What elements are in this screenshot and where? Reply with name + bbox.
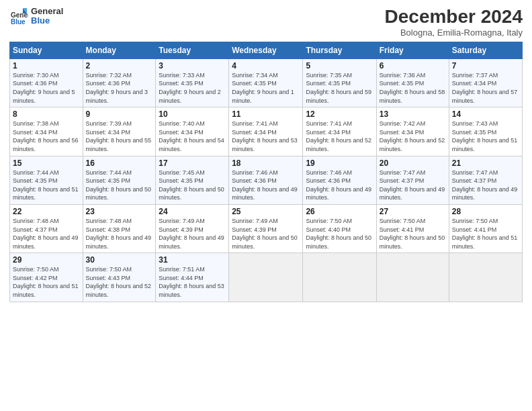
day-number: 30 (86, 255, 153, 265)
day-info: Sunrise: 7:42 AMSunset: 4:34 PMDaylight:… (380, 120, 446, 153)
day-info: Sunrise: 7:39 AMSunset: 4:34 PMDaylight:… (86, 120, 153, 153)
logo-blue-text: Blue (31, 16, 63, 26)
day-info: Sunrise: 7:46 AMSunset: 4:36 PMDaylight:… (232, 169, 300, 202)
calendar-table: SundayMondayTuesdayWednesdayThursdayFrid… (9, 42, 523, 302)
day-info: Sunrise: 7:50 AMSunset: 4:41 PMDaylight:… (452, 217, 519, 250)
col-header-wednesday: Wednesday (229, 42, 303, 58)
logo: General Blue General Blue (9, 7, 63, 26)
day-cell: 22Sunrise: 7:48 AMSunset: 4:37 PMDayligh… (10, 204, 83, 253)
day-number: 13 (380, 109, 446, 119)
day-info: Sunrise: 7:43 AMSunset: 4:35 PMDaylight:… (452, 120, 519, 153)
day-number: 24 (159, 207, 226, 216)
day-info: Sunrise: 7:48 AMSunset: 4:38 PMDaylight:… (86, 217, 153, 250)
month-title: December 2024 (385, 7, 523, 28)
day-cell: 28Sunrise: 7:50 AMSunset: 4:41 PMDayligh… (449, 204, 522, 253)
col-header-thursday: Thursday (303, 42, 376, 58)
day-info: Sunrise: 7:41 AMSunset: 4:34 PMDaylight:… (306, 120, 373, 153)
day-number: 16 (86, 158, 153, 168)
day-cell: 11Sunrise: 7:41 AMSunset: 4:34 PMDayligh… (229, 107, 303, 156)
day-info: Sunrise: 7:37 AMSunset: 4:34 PMDaylight:… (452, 71, 519, 105)
day-cell: 30Sunrise: 7:50 AMSunset: 4:43 PMDayligh… (83, 253, 156, 302)
week-row-3: 15Sunrise: 7:44 AMSunset: 4:35 PMDayligh… (10, 156, 523, 204)
day-cell: 20Sunrise: 7:47 AMSunset: 4:37 PMDayligh… (376, 156, 449, 204)
header-row: SundayMondayTuesdayWednesdayThursdayFrid… (10, 42, 523, 58)
day-cell: 23Sunrise: 7:48 AMSunset: 4:38 PMDayligh… (83, 204, 156, 253)
day-number: 15 (13, 158, 80, 168)
day-number: 1 (13, 61, 80, 71)
header: General Blue General Blue December 2024 … (9, 7, 523, 38)
day-info: Sunrise: 7:30 AMSunset: 4:36 PMDaylight:… (13, 71, 80, 105)
day-number: 23 (86, 207, 153, 216)
day-number: 22 (13, 207, 80, 216)
day-info: Sunrise: 7:41 AMSunset: 4:34 PMDaylight:… (232, 120, 300, 153)
day-cell: 4Sunrise: 7:34 AMSunset: 4:35 PMDaylight… (229, 58, 303, 107)
day-info: Sunrise: 7:50 AMSunset: 4:43 PMDaylight:… (86, 265, 153, 299)
day-number: 10 (159, 109, 226, 119)
page: General Blue General Blue December 2024 … (0, 0, 532, 411)
day-cell: 29Sunrise: 7:50 AMSunset: 4:42 PMDayligh… (10, 253, 83, 302)
title-section: December 2024 Bologna, Emilia-Romagna, I… (385, 7, 523, 38)
day-cell (229, 253, 303, 302)
day-info: Sunrise: 7:40 AMSunset: 4:34 PMDaylight:… (159, 120, 226, 153)
col-header-tuesday: Tuesday (156, 42, 229, 58)
day-number: 8 (13, 109, 80, 119)
day-info: Sunrise: 7:46 AMSunset: 4:36 PMDaylight:… (306, 169, 373, 202)
day-info: Sunrise: 7:47 AMSunset: 4:37 PMDaylight:… (452, 169, 519, 202)
col-header-friday: Friday (376, 42, 449, 58)
day-cell: 13Sunrise: 7:42 AMSunset: 4:34 PMDayligh… (376, 107, 449, 156)
day-number: 6 (380, 61, 446, 71)
day-cell: 17Sunrise: 7:45 AMSunset: 4:35 PMDayligh… (156, 156, 229, 204)
day-info: Sunrise: 7:44 AMSunset: 4:35 PMDaylight:… (13, 169, 80, 202)
day-info: Sunrise: 7:34 AMSunset: 4:35 PMDaylight:… (232, 71, 300, 105)
day-info: Sunrise: 7:35 AMSunset: 4:35 PMDaylight:… (306, 71, 373, 105)
day-info: Sunrise: 7:33 AMSunset: 4:35 PMDaylight:… (159, 71, 226, 105)
col-header-monday: Monday (83, 42, 156, 58)
logo-general-text: General (31, 7, 63, 16)
day-cell: 26Sunrise: 7:50 AMSunset: 4:40 PMDayligh… (303, 204, 376, 253)
col-header-saturday: Saturday (449, 42, 522, 58)
week-row-5: 29Sunrise: 7:50 AMSunset: 4:42 PMDayligh… (10, 253, 523, 302)
day-cell: 15Sunrise: 7:44 AMSunset: 4:35 PMDayligh… (10, 156, 83, 204)
day-number: 25 (232, 207, 300, 216)
day-number: 29 (13, 255, 80, 265)
day-info: Sunrise: 7:49 AMSunset: 4:39 PMDaylight:… (159, 217, 226, 250)
day-info: Sunrise: 7:38 AMSunset: 4:34 PMDaylight:… (13, 120, 80, 153)
day-number: 4 (232, 61, 300, 71)
day-cell: 10Sunrise: 7:40 AMSunset: 4:34 PMDayligh… (156, 107, 229, 156)
day-number: 7 (452, 61, 519, 71)
svg-text:Blue: Blue (11, 18, 26, 26)
day-number: 5 (306, 61, 373, 71)
day-number: 28 (452, 207, 519, 216)
day-info: Sunrise: 7:50 AMSunset: 4:40 PMDaylight:… (306, 217, 373, 250)
week-row-1: 1Sunrise: 7:30 AMSunset: 4:36 PMDaylight… (10, 58, 523, 107)
day-cell (449, 253, 522, 302)
day-info: Sunrise: 7:48 AMSunset: 4:37 PMDaylight:… (13, 217, 80, 250)
day-cell: 16Sunrise: 7:44 AMSunset: 4:35 PMDayligh… (83, 156, 156, 204)
day-cell (303, 253, 376, 302)
col-header-sunday: Sunday (10, 42, 83, 58)
day-cell: 3Sunrise: 7:33 AMSunset: 4:35 PMDaylight… (156, 58, 229, 107)
logo-text: General Blue (31, 7, 63, 26)
week-row-4: 22Sunrise: 7:48 AMSunset: 4:37 PMDayligh… (10, 204, 523, 253)
day-cell: 12Sunrise: 7:41 AMSunset: 4:34 PMDayligh… (303, 107, 376, 156)
day-cell: 14Sunrise: 7:43 AMSunset: 4:35 PMDayligh… (449, 107, 522, 156)
day-cell: 31Sunrise: 7:51 AMSunset: 4:44 PMDayligh… (156, 253, 229, 302)
day-info: Sunrise: 7:36 AMSunset: 4:35 PMDaylight:… (380, 71, 446, 105)
day-number: 19 (306, 158, 373, 168)
day-info: Sunrise: 7:49 AMSunset: 4:39 PMDaylight:… (232, 217, 300, 250)
day-info: Sunrise: 7:32 AMSunset: 4:36 PMDaylight:… (86, 71, 153, 105)
day-cell: 1Sunrise: 7:30 AMSunset: 4:36 PMDaylight… (10, 58, 83, 107)
day-number: 27 (380, 207, 446, 216)
day-number: 3 (159, 61, 226, 71)
day-number: 21 (452, 158, 519, 168)
day-number: 14 (452, 109, 519, 119)
day-number: 2 (86, 61, 153, 71)
day-cell: 27Sunrise: 7:50 AMSunset: 4:41 PMDayligh… (376, 204, 449, 253)
day-cell: 18Sunrise: 7:46 AMSunset: 4:36 PMDayligh… (229, 156, 303, 204)
day-number: 11 (232, 109, 300, 119)
day-number: 26 (306, 207, 373, 216)
day-number: 17 (159, 158, 226, 168)
day-number: 12 (306, 109, 373, 119)
day-number: 9 (86, 109, 153, 119)
day-cell: 2Sunrise: 7:32 AMSunset: 4:36 PMDaylight… (83, 58, 156, 107)
